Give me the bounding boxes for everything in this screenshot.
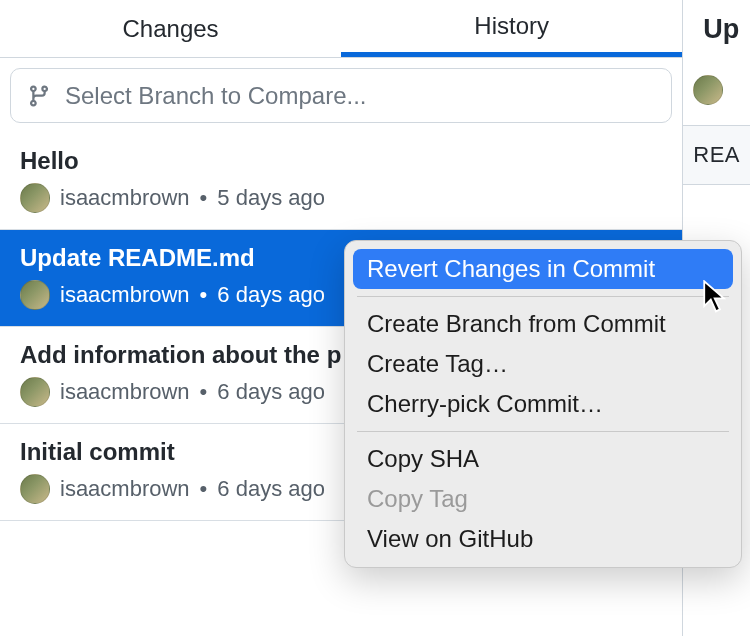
- tab-changes[interactable]: Changes: [0, 0, 341, 57]
- commit-sep: •: [200, 282, 208, 308]
- avatar: [693, 75, 723, 105]
- avatar: [20, 280, 50, 310]
- menu-item-copy-sha[interactable]: Copy SHA: [353, 439, 733, 479]
- tab-label: History: [474, 12, 549, 40]
- commit-sep: •: [200, 185, 208, 211]
- menu-separator: [357, 431, 729, 432]
- avatar: [20, 377, 50, 407]
- commit-time: 6 days ago: [217, 379, 325, 405]
- menu-item-cherry-pick[interactable]: Cherry-pick Commit…: [353, 384, 733, 424]
- commit-author: isaacmbrown: [60, 476, 190, 502]
- tab-history[interactable]: History: [341, 0, 682, 57]
- menu-item-create-tag[interactable]: Create Tag…: [353, 344, 733, 384]
- menu-item-view-github[interactable]: View on GitHub: [353, 519, 733, 559]
- avatar: [20, 474, 50, 504]
- git-branch-icon: [27, 84, 51, 108]
- menu-separator: [357, 296, 729, 297]
- commit-time: 6 days ago: [217, 476, 325, 502]
- menu-item-copy-tag: Copy Tag: [353, 479, 733, 519]
- commit-time: 6 days ago: [217, 282, 325, 308]
- detail-title: Up: [683, 0, 750, 45]
- branch-compare-placeholder: Select Branch to Compare...: [65, 82, 366, 110]
- avatar: [20, 183, 50, 213]
- commit-author: isaacmbrown: [60, 379, 190, 405]
- commit-author: isaacmbrown: [60, 282, 190, 308]
- commit-author: isaacmbrown: [60, 185, 190, 211]
- context-menu: Revert Changes in Commit Create Branch f…: [344, 240, 742, 568]
- commit-item[interactable]: Hello isaacmbrown • 5 days ago: [0, 133, 682, 230]
- branch-compare-input[interactable]: Select Branch to Compare...: [10, 68, 672, 123]
- commit-time: 5 days ago: [217, 185, 325, 211]
- commit-title: Hello: [20, 147, 662, 175]
- commit-sep: •: [200, 476, 208, 502]
- file-row[interactable]: REA: [683, 125, 750, 185]
- menu-item-create-branch[interactable]: Create Branch from Commit: [353, 304, 733, 344]
- branch-compare-container: Select Branch to Compare...: [0, 58, 682, 133]
- tabs: Changes History: [0, 0, 682, 58]
- tab-label: Changes: [123, 15, 219, 43]
- commit-sep: •: [200, 379, 208, 405]
- menu-item-revert[interactable]: Revert Changes in Commit: [353, 249, 733, 289]
